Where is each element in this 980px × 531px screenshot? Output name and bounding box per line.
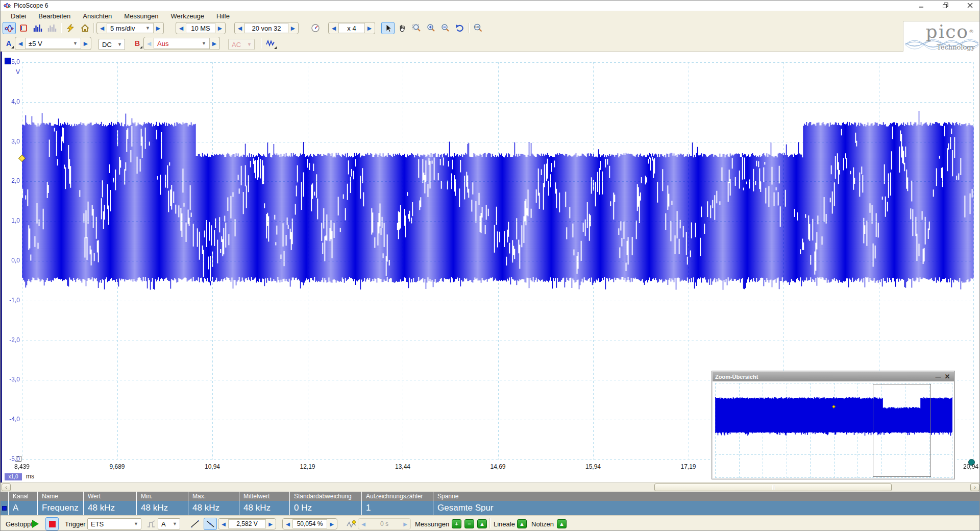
spectrum-view-button[interactable] bbox=[31, 22, 44, 34]
pointer-tool-button[interactable] bbox=[381, 22, 395, 34]
table-cell-1[interactable]: Frequenz bbox=[37, 501, 83, 515]
notes-button[interactable]: ▲ bbox=[557, 519, 567, 528]
menu-bearbeiten[interactable]: Bearbeiten bbox=[32, 11, 77, 21]
holdoff-increase-button[interactable]: ▶ bbox=[401, 521, 410, 527]
table-header-8[interactable]: Spanne bbox=[433, 492, 980, 501]
minimize-button[interactable] bbox=[915, 1, 926, 10]
menu-ansichten[interactable]: Ansichten bbox=[77, 11, 118, 21]
samples-field[interactable]: 10 MS bbox=[186, 23, 215, 33]
zoom-full-button[interactable]: 100 bbox=[471, 22, 484, 34]
x-axis-zoom-badge[interactable]: x1,0 bbox=[5, 473, 22, 480]
overview-minimize-button[interactable]: — bbox=[934, 374, 942, 380]
horizontal-scrollbar[interactable]: ‹ › bbox=[1, 482, 980, 492]
channel-a-range-prev-button[interactable]: ◀ bbox=[16, 38, 25, 49]
table-cell-6[interactable]: 0 Hz bbox=[289, 501, 361, 515]
timebase-prev-button[interactable]: ◀ bbox=[97, 22, 107, 34]
table-header-2[interactable]: Wert bbox=[83, 492, 136, 501]
scrollbar-thumb[interactable] bbox=[654, 484, 892, 491]
table-cell-8[interactable]: Gesamte Spur bbox=[433, 501, 980, 515]
channel-b-range-prev-button[interactable]: ◀ bbox=[144, 38, 154, 49]
capture-state-label: Gestoppt bbox=[6, 520, 33, 528]
channel-a-coupling-select[interactable]: DC ▼ bbox=[99, 39, 125, 50]
signal-generator-button[interactable] bbox=[264, 37, 277, 50]
scope-view-button[interactable] bbox=[3, 22, 16, 34]
trigger-marker-button[interactable] bbox=[346, 518, 358, 530]
table-header-6[interactable]: Standardabweichung bbox=[289, 492, 361, 501]
trigger-mode-select[interactable]: ETS ▼ bbox=[87, 518, 141, 529]
table-cell-4[interactable]: 48 kHz bbox=[188, 501, 239, 515]
rising-edge-button[interactable] bbox=[188, 518, 202, 530]
table-cell-2[interactable]: 48 kHz bbox=[83, 501, 136, 515]
menu-hilfe[interactable]: Hilfe bbox=[210, 11, 236, 21]
overview-view-rectangle[interactable] bbox=[873, 384, 931, 477]
channel-a-range-select[interactable]: ±5 V ▼ bbox=[25, 38, 81, 49]
overview-close-icon[interactable]: ✕ bbox=[943, 373, 951, 380]
close-button[interactable] bbox=[964, 1, 975, 10]
spectrum-view-icon bbox=[33, 23, 43, 33]
menu-werkzeuge[interactable]: Werkzeuge bbox=[165, 11, 211, 21]
falling-edge-button[interactable] bbox=[204, 518, 217, 530]
scroll-left-button[interactable]: ‹ bbox=[2, 484, 11, 491]
zoom-factor-group: ◀ x 4 ▶ bbox=[328, 22, 375, 34]
home-button[interactable] bbox=[78, 22, 91, 34]
zoom-out-tool-button[interactable] bbox=[438, 22, 452, 34]
undo-zoom-button[interactable] bbox=[453, 22, 466, 34]
trigger-level-decrease-button[interactable]: ◀ bbox=[219, 521, 228, 527]
trigger-source-select[interactable]: A ▼ bbox=[158, 518, 180, 529]
trigger-mode-value: ETS bbox=[91, 520, 104, 528]
table-cell-5[interactable]: 48 kHz bbox=[239, 501, 289, 515]
segment-gauge-button[interactable] bbox=[309, 22, 322, 34]
persistence-view-button[interactable] bbox=[17, 22, 30, 34]
menu-datei[interactable]: Datei bbox=[5, 11, 32, 21]
pretrigger-percent-value[interactable]: 50,054 % bbox=[292, 519, 327, 528]
table-header-3[interactable]: Min. bbox=[136, 492, 188, 501]
channel-b-range-select[interactable]: Aus ▼ bbox=[154, 38, 210, 49]
table-cell-0[interactable]: A bbox=[8, 501, 37, 515]
table-header-4[interactable]: Max. bbox=[188, 492, 239, 501]
start-button[interactable] bbox=[32, 520, 41, 528]
x-axis-tick-label: 20,94 bbox=[963, 463, 978, 470]
samples-next-button[interactable]: ▶ bbox=[215, 22, 225, 34]
add-measurement-button[interactable]: + bbox=[452, 519, 461, 528]
segment-group: ◀ 20 von 32 ▶ bbox=[234, 22, 299, 34]
samples-group: ◀ 10 MS ▶ bbox=[176, 22, 226, 34]
zoom-prev-button[interactable]: ◀ bbox=[329, 22, 338, 34]
table-header-5[interactable]: Mittelwert bbox=[239, 492, 289, 501]
pretrigger-percent-increase-button[interactable]: ▶ bbox=[327, 521, 336, 527]
channel-b-menu[interactable]: B bbox=[132, 38, 142, 49]
table-header-0[interactable]: Kanal bbox=[8, 492, 37, 501]
channel-a-range-next-button[interactable]: ▶ bbox=[81, 38, 90, 49]
table-header-7[interactable]: Aufzeichnungszähler bbox=[361, 492, 433, 501]
segment-next-button[interactable]: ▶ bbox=[288, 22, 298, 34]
segment-prev-button[interactable]: ◀ bbox=[235, 22, 244, 34]
thumb-grip-icon bbox=[774, 485, 774, 490]
auto-setup-button[interactable] bbox=[64, 22, 77, 34]
stop-button[interactable] bbox=[45, 517, 59, 530]
rulers-button[interactable]: ▲ bbox=[517, 519, 527, 528]
zoom-factor-field[interactable]: x 4 bbox=[338, 23, 365, 33]
channel-b-range-next-button[interactable]: ▶ bbox=[210, 38, 219, 49]
zoom-window-tool-button[interactable] bbox=[410, 22, 423, 34]
timebase-next-button[interactable]: ▶ bbox=[154, 22, 163, 34]
timebase-select[interactable]: 5 ms/div ▼ bbox=[107, 23, 154, 33]
channel-a-menu[interactable]: A bbox=[4, 38, 14, 49]
segment-field[interactable]: 20 von 32 bbox=[244, 23, 288, 33]
restore-button[interactable] bbox=[940, 1, 951, 10]
table-cell-3[interactable]: 48 kHz bbox=[136, 501, 188, 515]
zoom-in-tool-button[interactable] bbox=[424, 22, 437, 34]
zoom-next-button[interactable]: ▶ bbox=[365, 22, 374, 34]
pretrigger-percent-decrease-button[interactable]: ◀ bbox=[283, 521, 292, 527]
samples-prev-button[interactable]: ◀ bbox=[177, 22, 186, 34]
hand-tool-button[interactable] bbox=[396, 22, 409, 34]
trigger-level-value[interactable]: 2,582 V bbox=[228, 519, 266, 528]
pretrigger-percent-spinner: ◀ 50,054 % ▶ bbox=[282, 518, 337, 529]
trigger-level-increase-button[interactable]: ▶ bbox=[266, 521, 275, 527]
edit-measurement-button[interactable]: ▲ bbox=[477, 519, 487, 528]
holdoff-decrease-button[interactable]: ◀ bbox=[359, 521, 368, 527]
zoom-overview-titlebar[interactable]: Zoom-Übersicht — ✕ bbox=[713, 372, 954, 381]
table-header-1[interactable]: Name bbox=[37, 492, 83, 501]
scroll-right-button[interactable]: › bbox=[970, 484, 979, 491]
table-cell-7[interactable]: 1 bbox=[361, 501, 433, 515]
menu-messungen[interactable]: Messungen bbox=[118, 11, 164, 21]
remove-measurement-button[interactable]: − bbox=[464, 519, 474, 528]
